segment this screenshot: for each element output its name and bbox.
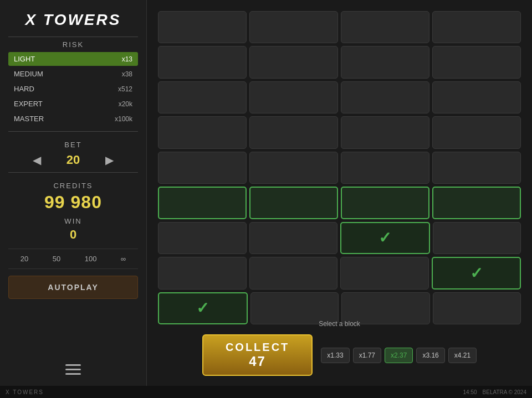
grid-cell-3-0[interactable] [158,116,247,148]
game-title: X TOWERS [8,6,138,33]
footer-right: 14:50 BELATRA © 2024 [463,389,526,395]
grid-row-4 [158,152,521,184]
risk-option-medium[interactable]: MEDIUM x38 [8,67,138,81]
grid-cell-8-3[interactable] [433,292,521,324]
risk-label-expert: EXPERT [14,100,43,108]
footer-title: X TOWERS [6,389,44,395]
grid-cell-7-1[interactable] [249,257,338,289]
grid-cell-1-0[interactable] [158,46,247,78]
grid-cell-4-3[interactable] [432,152,521,184]
risk-option-hard[interactable]: HARD x512 [8,82,138,96]
grid-cell-5-0[interactable] [158,187,247,219]
credits-label: CREDITS [8,182,138,190]
sidebar: X TOWERS RISK LIGHT x13 MEDIUM x38 HARD … [0,0,147,386]
grid-row-6: ✓ [158,222,521,254]
grid-cell-0-1[interactable] [249,11,338,43]
grid-cell-1-3[interactable] [432,46,521,78]
grid-cell-2-2[interactable] [341,81,429,113]
grid-cell-3-2[interactable] [341,116,429,148]
grid-cell-4-2[interactable] [341,152,429,184]
collect-value: 47 [226,354,289,369]
grid-row-0 [158,11,521,43]
grid-cell-0-3[interactable] [432,11,521,43]
risk-label: RISK [8,40,138,49]
grid-cell-6-1[interactable] [249,222,338,254]
bet-increase-button[interactable]: ▶ [101,151,118,169]
bet-section: BET ◀ 20 ▶ [8,141,138,169]
bet-label: BET [8,141,138,149]
risk-list: LIGHT x13 MEDIUM x38 HARD x512 EXPERT x2… [8,52,138,126]
grid-cell-5-3[interactable] [432,187,521,219]
grid-cell-7-3[interactable]: ✓ [432,257,521,289]
select-block-text: Select a block [319,320,360,328]
grid-cell-7-0[interactable] [158,257,247,289]
win-value: 0 [8,228,138,242]
risk-label-light: LIGHT [14,55,35,63]
grid-row-1 [158,46,521,78]
credits-section: CREDITS 99 980 [8,182,138,213]
grid-cell-6-0[interactable] [158,222,247,254]
bet-preset-20[interactable]: 20 [16,252,33,265]
risk-option-master[interactable]: MASTER x100k [8,112,138,126]
hamburger-menu[interactable] [8,359,138,380]
bottom-bar: Select a block COLLECT 47 x1.33 x1.77 x2… [152,330,526,380]
grid-row-3 [158,116,521,148]
game-area: ✓✓✓ Select a block COLLECT 47 x1.33 x1.7… [147,0,532,386]
risk-label-master: MASTER [14,115,44,123]
autoplay-button[interactable]: AUTOPLAY [8,276,138,299]
mult-chip-177[interactable]: x1.77 [353,348,381,363]
bet-preset-50[interactable]: 50 [48,252,65,265]
risk-mult-medium: x38 [122,70,132,78]
grid-cell-4-0[interactable] [158,152,247,184]
risk-mult-master: x100k [115,115,132,123]
collect-label: COLLECT [226,341,289,354]
mult-chip-237[interactable]: x2.37 [385,348,413,363]
mult-chip-316[interactable]: x3.16 [416,348,444,363]
grid-cell-6-3[interactable] [433,222,521,254]
risk-mult-light: x13 [122,55,132,63]
hamburger-icon [8,364,138,375]
grid-cell-1-2[interactable] [341,46,429,78]
grid-cell-5-2[interactable] [341,187,429,219]
collect-button[interactable]: COLLECT 47 [202,334,313,376]
bet-preset-100[interactable]: 100 [80,252,101,265]
mult-chip-133[interactable]: x1.33 [321,348,349,363]
grid-row-2 [158,81,521,113]
grid-cell-6-2[interactable]: ✓ [340,222,430,254]
grid-cell-2-0[interactable] [158,81,247,113]
grid-cell-0-0[interactable] [158,11,247,43]
checkmark-icon: ✓ [470,264,483,282]
mult-chip-421[interactable]: x4.21 [448,348,477,363]
grid-cell-5-1[interactable] [249,187,338,219]
bet-decrease-button[interactable]: ◀ [28,151,45,169]
grid-cell-7-2[interactable] [340,257,429,289]
win-label: WIN [8,217,138,225]
bet-value: 20 [57,153,90,167]
risk-option-expert[interactable]: EXPERT x20k [8,97,138,111]
checkmark-icon: ✓ [196,299,209,317]
grid-cell-3-1[interactable] [249,116,338,148]
grid-cell-1-1[interactable] [249,46,338,78]
multiplier-chips: x1.33 x1.77 x2.37 x3.16 x4.21 [321,348,477,363]
risk-label-hard: HARD [14,85,34,93]
checkmark-icon: ✓ [378,229,391,247]
footer-copyright: BELATRA © 2024 [483,389,526,395]
grid-cell-4-1[interactable] [249,152,338,184]
grid-row-5 [158,187,521,219]
grid-cell-3-3[interactable] [432,116,521,148]
bet-preset-inf[interactable]: ∞ [116,252,130,265]
grid-cell-0-2[interactable] [341,11,429,43]
risk-option-light[interactable]: LIGHT x13 [8,52,138,66]
credits-value: 99 980 [8,192,138,213]
bet-control: ◀ 20 ▶ [8,151,138,169]
grid-cell-8-0[interactable]: ✓ [158,292,248,324]
footer-time: 14:50 [463,389,477,395]
risk-mult-expert: x20k [119,100,132,108]
bet-presets: 20 50 100 ∞ [8,249,138,269]
risk-label-medium: MEDIUM [14,70,43,78]
grid-cell-2-1[interactable] [249,81,338,113]
risk-mult-hard: x512 [118,85,132,93]
grid-cell-2-3[interactable] [432,81,521,113]
win-section: WIN 0 [8,217,138,242]
footer-bar: X TOWERS 14:50 BELATRA © 2024 [0,386,532,398]
